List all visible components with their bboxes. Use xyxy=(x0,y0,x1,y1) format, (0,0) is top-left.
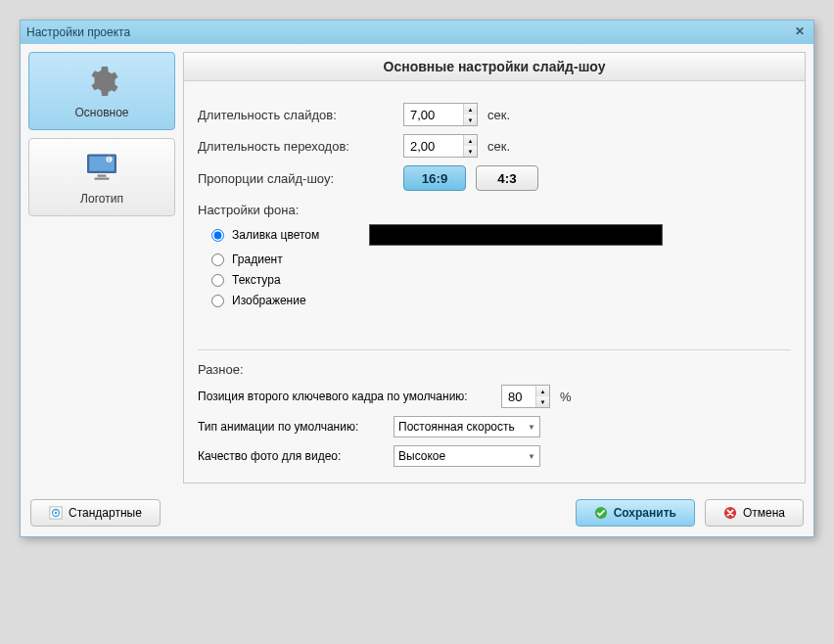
transition-duration-unit: сек. xyxy=(487,139,510,154)
bg-gradient-label: Градиент xyxy=(232,253,283,266)
slide-duration-unit: сек. xyxy=(487,108,510,122)
background-section-label: Настройки фона: xyxy=(198,203,791,217)
transition-duration-label: Длительность переходов: xyxy=(198,139,403,154)
monitor-icon: © xyxy=(84,150,119,188)
sidebar-item-logo[interactable]: © Логотип xyxy=(28,138,175,216)
keyframe-label: Позиция второго ключевого кадра по умолч… xyxy=(198,390,501,403)
svg-rect-3 xyxy=(95,177,110,179)
bg-texture-label: Текстура xyxy=(232,273,281,287)
photo-quality-label: Качество фото для видео: xyxy=(198,449,394,463)
defaults-button[interactable]: Стандартные xyxy=(30,499,161,527)
spinner-up-icon[interactable]: ▲ xyxy=(536,386,549,396)
window-title: Настройки проекта xyxy=(26,25,130,39)
save-label: Сохранить xyxy=(614,506,676,520)
bg-gradient-radio[interactable] xyxy=(211,253,224,266)
gear-icon xyxy=(84,64,119,102)
anim-type-select[interactable]: Постоянная скорость ▼ xyxy=(394,416,540,437)
anim-type-value: Постоянная скорость xyxy=(398,420,515,434)
bg-color-swatch[interactable] xyxy=(369,224,663,246)
sidebar-item-label: Логотип xyxy=(80,192,123,206)
save-button[interactable]: Сохранить xyxy=(576,499,695,527)
main-panel: Основные настройки слайд-шоу Длительност… xyxy=(183,52,806,483)
titlebar: Настройки проекта ✕ xyxy=(21,21,813,44)
spinner-up-icon[interactable]: ▲ xyxy=(464,104,477,115)
sidebar: Основное © Логотип xyxy=(28,52,175,483)
spinner-down-icon[interactable]: ▼ xyxy=(464,115,477,125)
bg-image-radio[interactable] xyxy=(211,295,224,307)
slide-duration-label: Длительность слайдов: xyxy=(198,108,403,122)
svg-rect-2 xyxy=(98,174,107,176)
chevron-down-icon: ▼ xyxy=(528,423,535,432)
panel-title: Основные настройки слайд-шоу xyxy=(184,53,805,81)
defaults-label: Стандартные xyxy=(69,506,142,520)
bg-texture-radio[interactable] xyxy=(211,274,224,287)
slide-duration-input[interactable] xyxy=(404,104,463,125)
photo-quality-select[interactable]: Высокое ▼ xyxy=(394,445,540,467)
spinner-up-icon[interactable]: ▲ xyxy=(464,135,477,146)
keyframe-unit: % xyxy=(560,390,572,404)
spinner-down-icon[interactable]: ▼ xyxy=(464,146,477,157)
bg-color-label: Заливка цветом xyxy=(232,228,369,242)
svg-point-8 xyxy=(55,512,57,514)
transition-duration-spinner[interactable]: ▲▼ xyxy=(403,134,478,158)
footer: Стандартные Сохранить Отмена xyxy=(21,491,813,536)
chevron-down-icon: ▼ xyxy=(528,452,535,461)
cancel-label: Отмена xyxy=(743,506,785,520)
sidebar-item-main[interactable]: Основное xyxy=(28,52,175,130)
ratio-16-9-button[interactable]: 16:9 xyxy=(403,165,466,191)
window: Настройки проекта ✕ Основное © Логотип О… xyxy=(20,20,814,537)
transition-duration-input[interactable] xyxy=(404,135,463,157)
cancel-button[interactable]: Отмена xyxy=(705,499,804,527)
sidebar-item-label: Основное xyxy=(75,106,129,119)
anim-type-label: Тип анимации по умолчанию: xyxy=(198,420,394,434)
keyframe-spinner[interactable]: ▲▼ xyxy=(501,385,550,408)
slide-duration-spinner[interactable]: ▲▼ xyxy=(403,103,478,126)
ratio-4-3-button[interactable]: 4:3 xyxy=(476,165,538,191)
keyframe-input[interactable] xyxy=(502,386,535,407)
spinner-down-icon[interactable]: ▼ xyxy=(536,396,549,407)
misc-section-label: Разное: xyxy=(198,362,791,377)
bg-color-radio[interactable] xyxy=(211,229,224,242)
close-icon[interactable]: ✕ xyxy=(792,24,808,40)
bg-image-label: Изображение xyxy=(232,294,306,307)
photo-quality-value: Высокое xyxy=(398,449,445,463)
divider xyxy=(198,349,791,350)
aspect-ratio-label: Пропорции слайд-шоу: xyxy=(198,171,403,186)
